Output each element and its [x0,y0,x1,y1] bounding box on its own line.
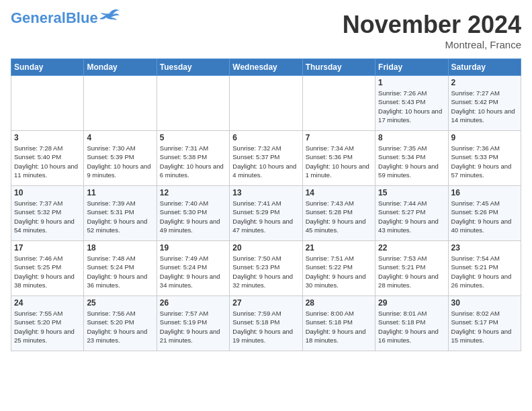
day-info: Sunrise: 8:00 AM Sunset: 5:18 PM Dayligh… [306,309,372,345]
header-row: SundayMondayTuesdayWednesdayThursdayFrid… [11,59,521,76]
day-info: Sunrise: 7:56 AM Sunset: 5:20 PM Dayligh… [87,309,153,345]
day-number: 30 [451,298,518,308]
day-number: 28 [306,298,372,308]
title-block: November 2024 Montreal, France [343,11,521,50]
logo-bird-icon [99,8,120,23]
page-header: GeneralBlue November 2024 Montreal, Fran… [11,11,521,50]
calendar-cell: 27Sunrise: 7:59 AM Sunset: 5:18 PM Dayli… [230,296,302,351]
day-number: 13 [232,188,299,197]
day-info: Sunrise: 7:37 AM Sunset: 5:32 PM Dayligh… [14,199,81,234]
day-header-tuesday: Tuesday [157,59,229,76]
day-number: 15 [378,188,445,197]
calendar-cell: 16Sunrise: 7:45 AM Sunset: 5:26 PM Dayli… [448,186,521,241]
calendar-cell: 5Sunrise: 7:31 AM Sunset: 5:38 PM Daylig… [157,131,229,186]
week-row-2: 3Sunrise: 7:28 AM Sunset: 5:40 PM Daylig… [11,131,521,186]
day-number: 27 [232,298,299,308]
calendar-cell [11,76,84,131]
calendar-cell [230,76,302,131]
day-number: 26 [160,298,226,308]
day-header-sunday: Sunday [11,59,84,76]
day-number: 29 [378,298,445,308]
day-number: 7 [306,133,372,142]
calendar-cell: 11Sunrise: 7:39 AM Sunset: 5:31 PM Dayli… [84,186,157,241]
month-title: November 2024 [343,11,521,39]
calendar-cell: 20Sunrise: 7:50 AM Sunset: 5:23 PM Dayli… [230,241,302,296]
day-header-monday: Monday [84,59,157,76]
week-row-4: 17Sunrise: 7:46 AM Sunset: 5:25 PM Dayli… [11,241,521,296]
day-info: Sunrise: 7:44 AM Sunset: 5:27 PM Dayligh… [378,199,445,234]
calendar-cell: 25Sunrise: 7:56 AM Sunset: 5:20 PM Dayli… [84,296,157,351]
calendar-cell: 26Sunrise: 7:57 AM Sunset: 5:19 PM Dayli… [157,296,229,351]
calendar-cell: 4Sunrise: 7:30 AM Sunset: 5:39 PM Daylig… [84,131,157,186]
calendar-body: 1Sunrise: 7:26 AM Sunset: 5:43 PM Daylig… [11,76,521,351]
day-number: 16 [451,188,518,197]
day-info: Sunrise: 7:30 AM Sunset: 5:39 PM Dayligh… [87,144,153,179]
calendar-cell: 29Sunrise: 8:01 AM Sunset: 5:18 PM Dayli… [375,296,448,351]
day-number: 3 [14,133,81,142]
day-number: 25 [87,298,153,308]
day-info: Sunrise: 7:57 AM Sunset: 5:19 PM Dayligh… [160,309,226,345]
calendar-cell: 10Sunrise: 7:37 AM Sunset: 5:32 PM Dayli… [11,186,84,241]
calendar-cell: 30Sunrise: 8:02 AM Sunset: 5:17 PM Dayli… [448,296,521,351]
day-header-saturday: Saturday [448,59,521,76]
day-number: 10 [14,188,81,197]
day-info: Sunrise: 8:02 AM Sunset: 5:17 PM Dayligh… [451,309,518,345]
day-number: 23 [451,243,518,253]
calendar-cell: 6Sunrise: 7:32 AM Sunset: 5:37 PM Daylig… [230,131,302,186]
calendar-table: SundayMondayTuesdayWednesdayThursdayFrid… [11,58,521,351]
day-info: Sunrise: 7:53 AM Sunset: 5:21 PM Dayligh… [378,254,445,289]
calendar-cell: 28Sunrise: 8:00 AM Sunset: 5:18 PM Dayli… [302,296,375,351]
day-info: Sunrise: 7:27 AM Sunset: 5:42 PM Dayligh… [451,89,518,124]
week-row-1: 1Sunrise: 7:26 AM Sunset: 5:43 PM Daylig… [11,76,521,131]
day-info: Sunrise: 7:32 AM Sunset: 5:37 PM Dayligh… [232,144,299,179]
location: Montreal, France [343,39,521,50]
day-number: 11 [87,188,153,197]
calendar-cell: 18Sunrise: 7:48 AM Sunset: 5:24 PM Dayli… [84,241,157,296]
calendar-cell: 13Sunrise: 7:41 AM Sunset: 5:29 PM Dayli… [230,186,302,241]
calendar-cell: 19Sunrise: 7:49 AM Sunset: 5:24 PM Dayli… [157,241,229,296]
day-number: 2 [451,78,518,87]
day-number: 18 [87,243,153,253]
calendar-cell: 2Sunrise: 7:27 AM Sunset: 5:42 PM Daylig… [448,76,521,131]
calendar-cell: 7Sunrise: 7:34 AM Sunset: 5:36 PM Daylig… [302,131,375,186]
calendar-header: SundayMondayTuesdayWednesdayThursdayFrid… [11,59,521,76]
calendar-cell: 23Sunrise: 7:54 AM Sunset: 5:21 PM Dayli… [448,241,521,296]
day-number: 19 [160,243,226,253]
calendar-cell: 8Sunrise: 7:35 AM Sunset: 5:34 PM Daylig… [375,131,448,186]
day-info: Sunrise: 7:34 AM Sunset: 5:36 PM Dayligh… [306,144,372,179]
day-number: 24 [14,298,81,308]
day-info: Sunrise: 7:31 AM Sunset: 5:38 PM Dayligh… [160,144,226,179]
calendar-cell [157,76,229,131]
day-number: 6 [232,133,299,142]
day-info: Sunrise: 7:49 AM Sunset: 5:24 PM Dayligh… [160,254,226,289]
calendar-cell: 3Sunrise: 7:28 AM Sunset: 5:40 PM Daylig… [11,131,84,186]
calendar-cell: 15Sunrise: 7:44 AM Sunset: 5:27 PM Dayli… [375,186,448,241]
logo: GeneralBlue [11,11,120,26]
day-info: Sunrise: 7:28 AM Sunset: 5:40 PM Dayligh… [14,144,81,179]
day-info: Sunrise: 8:01 AM Sunset: 5:18 PM Dayligh… [378,309,445,345]
calendar-cell: 21Sunrise: 7:51 AM Sunset: 5:22 PM Dayli… [302,241,375,296]
day-number: 9 [451,133,518,142]
day-number: 17 [14,243,81,253]
day-info: Sunrise: 7:36 AM Sunset: 5:33 PM Dayligh… [451,144,518,179]
day-number: 12 [160,188,226,197]
day-header-thursday: Thursday [302,59,375,76]
day-number: 22 [378,243,445,253]
day-info: Sunrise: 7:46 AM Sunset: 5:25 PM Dayligh… [14,254,81,289]
day-number: 1 [378,78,445,87]
week-row-5: 24Sunrise: 7:55 AM Sunset: 5:20 PM Dayli… [11,296,521,351]
day-info: Sunrise: 7:51 AM Sunset: 5:22 PM Dayligh… [306,254,372,289]
day-info: Sunrise: 7:41 AM Sunset: 5:29 PM Dayligh… [232,199,299,234]
logo-general: General [11,9,66,26]
logo-blue: Blue [66,9,98,26]
day-info: Sunrise: 7:50 AM Sunset: 5:23 PM Dayligh… [232,254,299,289]
day-info: Sunrise: 7:40 AM Sunset: 5:30 PM Dayligh… [160,199,226,234]
calendar-cell [84,76,157,131]
day-info: Sunrise: 7:54 AM Sunset: 5:21 PM Dayligh… [451,254,518,289]
day-number: 14 [306,188,372,197]
week-row-3: 10Sunrise: 7:37 AM Sunset: 5:32 PM Dayli… [11,186,521,241]
day-info: Sunrise: 7:59 AM Sunset: 5:18 PM Dayligh… [232,309,299,345]
calendar-cell: 14Sunrise: 7:43 AM Sunset: 5:28 PM Dayli… [302,186,375,241]
day-header-wednesday: Wednesday [230,59,302,76]
calendar-cell: 24Sunrise: 7:55 AM Sunset: 5:20 PM Dayli… [11,296,84,351]
